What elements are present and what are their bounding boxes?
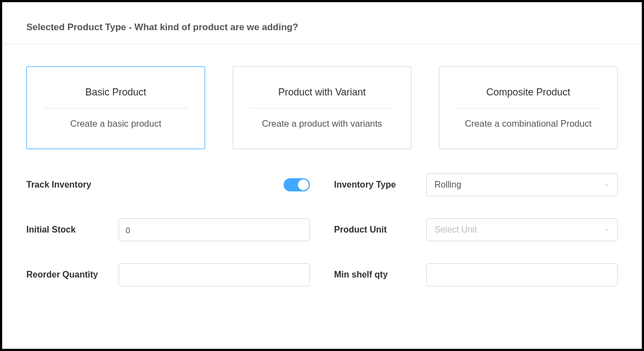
product-type-variant-desc: Create a product with variants xyxy=(244,118,400,129)
toggle-knob xyxy=(298,179,309,190)
track-inventory-row: Track Inventory xyxy=(26,173,310,196)
initial-stock-input[interactable] xyxy=(118,218,310,241)
reorder-qty-input[interactable] xyxy=(118,263,310,286)
inventory-type-row: Inventory Type Rolling xyxy=(334,173,618,196)
product-type-variant-title: Product with Variant xyxy=(244,87,400,108)
section-title: Selected Product Type - What kind of pro… xyxy=(26,22,618,33)
min-shelf-qty-row: Min shelf qty xyxy=(334,263,618,286)
inventory-type-value: Rolling xyxy=(434,180,461,190)
initial-stock-row: Initial Stock xyxy=(26,218,310,241)
product-unit-label: Product Unit xyxy=(334,225,426,235)
product-unit-placeholder: Select Unit xyxy=(434,225,477,235)
inventory-type-label: Inventory Type xyxy=(334,180,426,190)
product-type-composite-desc: Create a combinational Product xyxy=(450,118,606,129)
product-form-container: Selected Product Type - What kind of pro… xyxy=(2,2,642,349)
product-type-selector: Basic Product Create a basic product Pro… xyxy=(26,66,618,149)
product-type-composite[interactable]: Composite Product Create a combinational… xyxy=(439,66,618,149)
reorder-qty-row: Reorder Quantity xyxy=(26,263,310,286)
card-divider xyxy=(250,108,394,109)
product-unit-row: Product Unit Select Unit xyxy=(334,218,618,241)
track-inventory-label: Track Inventory xyxy=(26,180,118,190)
product-type-variant[interactable]: Product with Variant Create a product wi… xyxy=(233,66,411,149)
min-shelf-qty-label: Min shelf qty xyxy=(334,270,426,280)
section-divider xyxy=(2,44,642,44)
product-unit-select[interactable]: Select Unit xyxy=(426,218,618,241)
product-type-composite-title: Composite Product xyxy=(450,87,606,108)
track-inventory-toggle[interactable] xyxy=(284,178,310,191)
product-type-basic-desc: Create a basic product xyxy=(38,118,194,129)
inventory-type-select[interactable]: Rolling xyxy=(426,173,618,196)
card-divider xyxy=(43,108,188,109)
card-divider xyxy=(456,108,601,109)
product-type-basic-title: Basic Product xyxy=(38,87,194,108)
inventory-form: Track Inventory Inventory Type Rolling I… xyxy=(26,173,618,286)
reorder-qty-label: Reorder Quantity xyxy=(26,270,118,280)
min-shelf-qty-input[interactable] xyxy=(426,263,618,286)
product-type-basic[interactable]: Basic Product Create a basic product xyxy=(26,66,205,149)
initial-stock-label: Initial Stock xyxy=(26,225,118,235)
